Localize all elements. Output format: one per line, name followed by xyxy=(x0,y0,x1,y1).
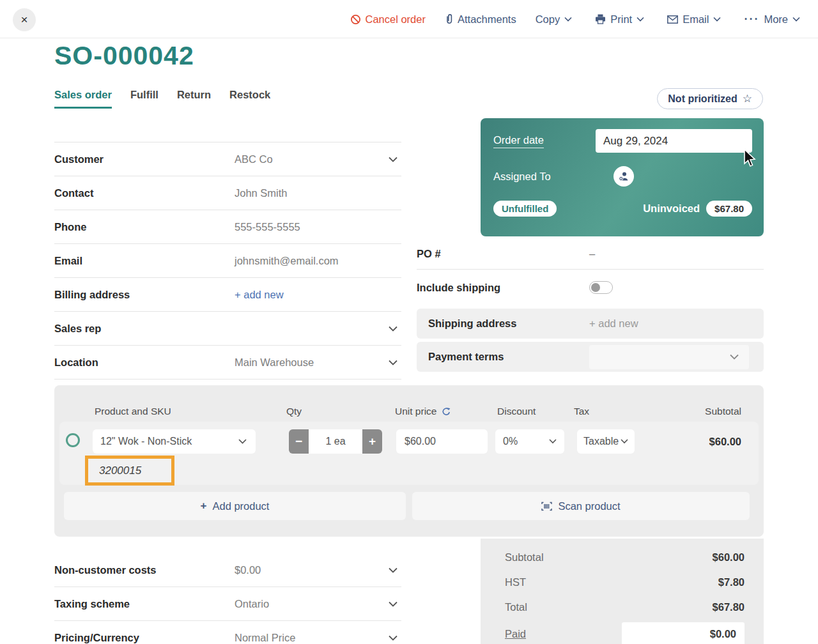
chevron-down-icon[interactable] xyxy=(389,635,397,641)
paid-link[interactable]: Paid xyxy=(505,628,526,640)
order-date-row: Order date xyxy=(493,129,752,153)
chevron-down-icon xyxy=(792,17,800,22)
column-header-tax: Tax xyxy=(574,406,589,417)
add-billing-address-link[interactable]: + add new xyxy=(235,289,401,301)
ellipsis-icon: ··· xyxy=(744,16,759,22)
priority-badge[interactable]: Not prioritized ☆ xyxy=(657,88,763,109)
top-toolbar: × Cancel order Attachments Copy Print xyxy=(0,0,818,38)
column-header-qty: Qty xyxy=(286,406,302,417)
non-customer-costs-row[interactable]: Non-customer costs $0.00 xyxy=(54,553,401,587)
attachments-button[interactable]: Attachments xyxy=(445,13,516,26)
column-header-subtotal: Subtotal xyxy=(705,406,741,417)
paid-amount-input[interactable]: $0.00 xyxy=(622,622,745,644)
column-header-unit-price: Unit price xyxy=(395,406,451,417)
tab-fulfill[interactable]: Fulfill xyxy=(130,89,158,109)
contact-row[interactable]: Contact John Smith xyxy=(54,176,401,210)
chevron-down-icon[interactable] xyxy=(389,326,397,332)
close-button[interactable]: × xyxy=(13,8,36,31)
assigned-to-label: Assigned To xyxy=(493,171,551,183)
pricing-currency-row[interactable]: Pricing/Currency Normal Price xyxy=(54,621,401,644)
chevron-down-icon[interactable] xyxy=(389,567,397,573)
payment-terms-row: Payment terms xyxy=(417,342,764,372)
include-shipping-toggle[interactable] xyxy=(589,281,613,294)
chevron-down-icon xyxy=(564,17,572,22)
row-subtotal: $60.00 xyxy=(709,436,741,448)
scan-product-button[interactable]: Scan product xyxy=(412,492,750,520)
paperclip-icon xyxy=(445,13,453,25)
sales-rep-row[interactable]: Sales rep xyxy=(54,312,401,346)
chevron-down-icon xyxy=(730,354,739,360)
email-menu-button[interactable]: Email xyxy=(667,13,725,26)
paid-row: Paid $0.00 xyxy=(505,620,745,644)
star-icon: ☆ xyxy=(743,92,752,105)
close-icon: × xyxy=(20,13,27,27)
mouse-cursor xyxy=(743,149,757,168)
line-items-section: Product and SKU Qty Unit price Discount … xyxy=(54,385,764,537)
chevron-down-icon[interactable] xyxy=(389,157,397,162)
add-product-button[interactable]: + Add product xyxy=(64,492,406,520)
assign-user-button[interactable] xyxy=(614,166,634,187)
billing-address-row: Billing address + add new xyxy=(54,278,401,312)
person-add-icon xyxy=(619,171,629,181)
invoice-status-label: Uninvoiced xyxy=(643,203,700,215)
status-row: Unfulfilled Uninvoiced $67.80 xyxy=(493,201,752,217)
refresh-price-icon[interactable] xyxy=(442,407,451,417)
po-number-row[interactable]: PO # – xyxy=(417,239,764,270)
shipping-address-row: Shipping address + add new xyxy=(417,309,764,339)
column-header-product: Product and SKU xyxy=(95,406,171,417)
sku-highlight-box: 3200015 xyxy=(85,456,174,486)
payment-terms-select[interactable] xyxy=(589,345,749,369)
printer-icon xyxy=(595,14,606,24)
location-row[interactable]: Location Main Warehouse xyxy=(54,346,401,379)
tab-return[interactable]: Return xyxy=(177,89,211,109)
cancel-order-button[interactable]: Cancel order xyxy=(350,13,426,26)
add-shipping-address-link[interactable]: + add new xyxy=(589,318,638,330)
hst-row: HST $7.80 xyxy=(505,570,745,595)
page-title: SO-000042 xyxy=(54,41,194,71)
chevron-down-icon xyxy=(238,439,247,444)
row-select-circle[interactable] xyxy=(66,433,80,447)
invoice-status: Uninvoiced $67.80 xyxy=(643,201,752,217)
customer-row[interactable]: Customer ABC Co xyxy=(54,142,401,176)
tax-select[interactable]: Taxable xyxy=(577,429,635,454)
total-row: Total $67.80 xyxy=(505,595,745,620)
cancel-icon xyxy=(350,14,361,25)
chevron-down-icon xyxy=(549,439,557,444)
qty-decrease-button[interactable]: − xyxy=(289,429,309,454)
qty-input[interactable]: 1 ea xyxy=(309,429,362,454)
plus-icon: + xyxy=(201,500,207,512)
sku-value: 3200015 xyxy=(99,464,141,477)
tab-bar: Sales order Fulfill Return Restock xyxy=(54,89,270,109)
chevron-down-icon xyxy=(621,439,628,444)
qty-increase-button[interactable]: + xyxy=(362,429,382,454)
quantity-stepper: − 1 ea + xyxy=(289,429,382,454)
order-date-input[interactable] xyxy=(596,129,752,153)
fulfillment-status-badge: Unfulfilled xyxy=(493,201,557,217)
print-menu-button[interactable]: Print xyxy=(595,13,648,26)
toggle-knob xyxy=(591,283,600,292)
toolbar-actions: Cancel order Attachments Copy Print xyxy=(350,0,805,38)
discount-select[interactable]: 0% xyxy=(495,429,564,454)
copy-menu-button[interactable]: Copy xyxy=(536,13,576,26)
phone-row[interactable]: Phone 555-555-5555 xyxy=(54,210,401,244)
tab-restock[interactable]: Restock xyxy=(229,89,270,109)
include-shipping-row: Include shipping xyxy=(417,270,764,305)
more-menu-button[interactable]: ··· More xyxy=(744,13,804,26)
chevron-down-icon[interactable] xyxy=(389,360,397,365)
product-select[interactable]: 12" Wok - Non-Stick xyxy=(93,429,256,454)
assigned-to-row: Assigned To xyxy=(493,166,752,187)
subtotal-row: Subtotal $60.00 xyxy=(505,545,745,570)
taxing-scheme-row[interactable]: Taxing scheme Ontario xyxy=(54,587,401,621)
envelope-icon xyxy=(667,15,678,24)
barcode-icon xyxy=(541,502,552,511)
customer-form: Customer ABC Co Contact John Smith Phone… xyxy=(54,142,401,379)
email-row[interactable]: Email johnsmith@email.com xyxy=(54,244,401,278)
chevron-down-icon[interactable] xyxy=(389,601,397,607)
totals-panel: Subtotal $60.00 HST $7.80 Total $67.80 P… xyxy=(481,539,764,644)
order-date-label[interactable]: Order date xyxy=(493,134,544,148)
order-summary-card: Order date Assigned To Unfulfilled Uninv… xyxy=(481,118,764,236)
column-header-discount: Discount xyxy=(497,406,536,417)
tab-sales-order[interactable]: Sales order xyxy=(54,89,112,109)
unit-price-input[interactable]: $60.00 xyxy=(396,429,488,454)
settings-form: Non-customer costs $0.00 Taxing scheme O… xyxy=(54,553,401,644)
